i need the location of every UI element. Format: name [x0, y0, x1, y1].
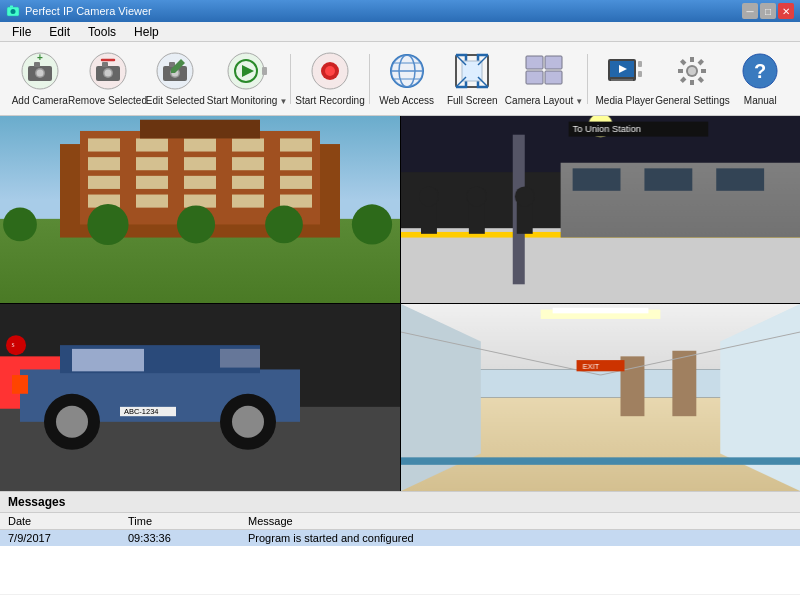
svg-rect-41	[545, 56, 562, 69]
toolbar-separator-1	[290, 54, 291, 104]
app-icon	[6, 4, 20, 18]
general-settings-button[interactable]: General Settings	[658, 46, 726, 112]
help-icon: ?	[739, 50, 781, 92]
web-access-button[interactable]: Web Access	[375, 46, 439, 112]
manual-label: Manual	[744, 95, 777, 107]
svg-line-58	[682, 78, 686, 82]
svg-point-33	[391, 55, 423, 87]
edit-selected-label: Edit Selected	[146, 95, 205, 107]
toolbar-separator-3	[587, 54, 588, 104]
title-bar: Perfect IP Camera Viewer ─ □ ✕	[0, 0, 800, 22]
monitoring-icon	[226, 50, 268, 92]
add-camera-label: Add Camera	[12, 95, 68, 107]
col-message: Message	[240, 513, 800, 530]
start-monitoring-button[interactable]: Start Monitoring ▼	[209, 46, 285, 112]
camera-feed-1	[0, 116, 400, 303]
menu-tools[interactable]: Tools	[80, 23, 124, 41]
minimize-button[interactable]: ─	[742, 3, 758, 19]
camera-feed-4	[401, 304, 801, 491]
menu-help[interactable]: Help	[126, 23, 167, 41]
general-settings-label: General Settings	[655, 95, 730, 107]
full-screen-label: Full Screen	[447, 95, 498, 107]
media-icon	[604, 50, 646, 92]
svg-rect-47	[638, 61, 642, 67]
window-title: Perfect IP Camera Viewer	[25, 5, 152, 17]
web-access-label: Web Access	[379, 95, 434, 107]
manual-button[interactable]: ? Manual	[728, 46, 792, 112]
table-row[interactable]: 7/9/2017 09:33:36 Program is started and…	[0, 530, 800, 547]
settings-icon	[671, 50, 713, 92]
maximize-button[interactable]: □	[760, 3, 776, 19]
svg-line-37	[478, 55, 488, 65]
svg-line-38	[456, 77, 466, 87]
start-monitoring-label: Start Monitoring	[207, 95, 278, 107]
title-bar-left: Perfect IP Camera Viewer	[6, 4, 152, 18]
svg-point-1	[11, 9, 16, 14]
svg-text:+: +	[37, 52, 43, 63]
svg-rect-13	[102, 62, 108, 67]
start-recording-label: Start Recording	[295, 95, 364, 107]
svg-rect-40	[526, 56, 543, 69]
svg-rect-49	[611, 79, 633, 81]
camera-cell-1[interactable]	[0, 116, 400, 303]
close-button[interactable]: ✕	[778, 3, 794, 19]
messages-header: Messages	[0, 492, 800, 513]
menu-edit[interactable]: Edit	[41, 23, 78, 41]
cell-date: 7/9/2017	[0, 530, 120, 547]
camera-cell-2[interactable]	[401, 116, 801, 303]
svg-line-36	[456, 55, 466, 65]
layout-icon	[523, 50, 565, 92]
svg-point-12	[104, 70, 111, 77]
layout-dropdown-arrow: ▼	[575, 97, 583, 106]
cell-message: Program is started and configured	[240, 530, 800, 547]
col-date: Date	[0, 513, 120, 530]
camera-grid	[0, 116, 800, 491]
add-camera-button[interactable]: + Add Camera	[8, 46, 72, 112]
fullscreen-icon	[451, 50, 493, 92]
edit-camera-icon	[154, 50, 196, 92]
messages-table: Date Time Message 7/9/2017 09:33:36 Prog…	[0, 513, 800, 546]
menu-file[interactable]: File	[4, 23, 39, 41]
remove-selected-button[interactable]: Remove Selected	[74, 46, 142, 112]
edit-selected-button[interactable]: Edit Selected	[144, 46, 208, 112]
remove-selected-label: Remove Selected	[68, 95, 147, 107]
toolbar-separator-2	[369, 54, 370, 104]
camera-feed-2	[401, 116, 801, 303]
svg-point-59	[688, 67, 696, 75]
svg-rect-24	[262, 67, 267, 75]
svg-text:?: ?	[754, 60, 766, 82]
monitoring-dropdown-arrow: ▼	[279, 97, 287, 106]
svg-rect-2	[10, 6, 13, 8]
svg-line-55	[682, 60, 686, 64]
toolbar: + Add Camera Remove Selected	[0, 42, 800, 116]
camera-cell-3[interactable]	[0, 304, 400, 491]
svg-rect-48	[638, 71, 642, 77]
camera-layout-label: Camera Layout	[505, 95, 573, 107]
camera-feed-3	[0, 304, 400, 491]
cell-time: 09:33:36	[120, 530, 240, 547]
menu-bar: File Edit Tools Help	[0, 22, 800, 42]
svg-line-39	[478, 77, 488, 87]
web-icon	[386, 50, 428, 92]
svg-line-56	[699, 78, 703, 82]
title-bar-controls: ─ □ ✕	[742, 3, 794, 19]
svg-point-6	[36, 70, 43, 77]
media-player-label: Media Player	[596, 95, 654, 107]
messages-body: 7/9/2017 09:33:36 Program is started and…	[0, 530, 800, 547]
recording-icon	[309, 50, 351, 92]
col-time: Time	[120, 513, 240, 530]
svg-rect-42	[526, 71, 543, 84]
camera-layout-button[interactable]: Camera Layout ▼	[506, 46, 582, 112]
start-recording-button[interactable]: Start Recording	[296, 46, 364, 112]
remove-camera-icon	[87, 50, 129, 92]
add-camera-icon: +	[19, 50, 61, 92]
svg-point-27	[325, 66, 335, 76]
messages-panel: Messages Date Time Message 7/9/2017 09:3…	[0, 491, 800, 594]
media-player-button[interactable]: Media Player	[593, 46, 657, 112]
svg-rect-43	[545, 71, 562, 84]
camera-cell-4[interactable]	[401, 304, 801, 491]
svg-line-57	[699, 60, 703, 64]
full-screen-button[interactable]: Full Screen	[440, 46, 504, 112]
